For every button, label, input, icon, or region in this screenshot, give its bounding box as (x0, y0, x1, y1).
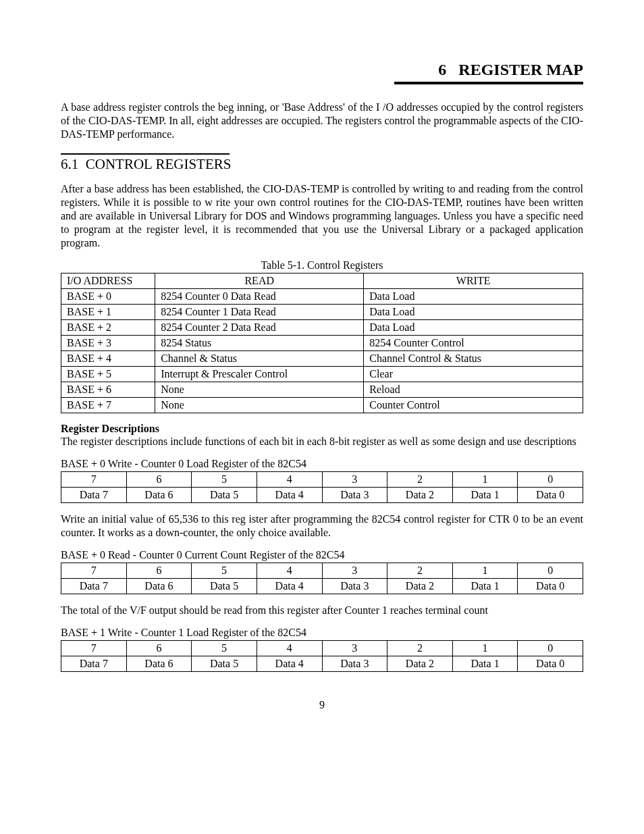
header-read: READ (155, 273, 364, 289)
base0-write-bit-table: 76543210 Data 7Data 6Data 5Data 4Data 3D… (61, 471, 583, 503)
base0-read-note: The total of the V/F output should be re… (61, 604, 583, 617)
header-addr: I/O ADDRESS (61, 273, 155, 289)
base1-write-bit-table: 76543210 Data 7Data 6Data 5Data 4Data 3D… (61, 640, 583, 672)
table-row: BASE + 28254 Counter 2 Data ReadData Loa… (61, 320, 583, 336)
table-caption: Table 5-1. Control Registers (61, 259, 583, 271)
control-registers-table: I/O ADDRESS READ WRITE BASE + 08254 Coun… (61, 273, 583, 413)
table-row: BASE + 7NoneCounter Control (61, 398, 583, 413)
table-header-row: I/O ADDRESS READ WRITE (61, 273, 583, 289)
base0-write-label: BASE + 0 Write - Counter 0 Load Register… (61, 458, 583, 470)
register-descriptions-text: The register descriptions include functi… (61, 435, 583, 448)
section-title: CONTROL REGISTERS (86, 156, 232, 172)
section-paragraph: After a base address has been establishe… (61, 182, 583, 250)
base0-write-note: Write an initial value of 65,536 to this… (61, 513, 583, 540)
chapter-number: 6 (438, 61, 446, 78)
section-heading: 6.1 CONTROL REGISTERS (61, 156, 583, 173)
bit-header-row: 76543210 (61, 641, 583, 656)
bit-data-row: Data 7Data 6Data 5Data 4Data 3Data 2Data… (61, 656, 583, 672)
base0-read-bit-table: 76543210 Data 7Data 6Data 5Data 4Data 3D… (61, 563, 583, 594)
chapter-title: REGISTER MAP (458, 61, 583, 78)
table-row: BASE + 5Interrupt & Prescaler ControlCle… (61, 367, 583, 382)
intro-paragraph: A base address register controls the beg… (61, 101, 583, 141)
base1-write-label: BASE + 1 Write - Counter 1 Load Register… (61, 627, 583, 639)
page-number: 9 (61, 699, 583, 711)
bit-header-row: 76543210 (61, 563, 583, 579)
section-number: 6.1 (61, 156, 78, 172)
table-row: BASE + 38254 Status8254 Counter Control (61, 336, 583, 351)
bit-data-row: Data 7Data 6Data 5Data 4Data 3Data 2Data… (61, 579, 583, 594)
header-write: WRITE (364, 273, 583, 289)
base0-read-label: BASE + 0 Read - Counter 0 Current Count … (61, 549, 583, 561)
bit-header-row: 76543210 (61, 472, 583, 488)
table-row: BASE + 08254 Counter 0 Data ReadData Loa… (61, 289, 583, 305)
table-row: BASE + 4Channel & StatusChannel Control … (61, 351, 583, 367)
register-descriptions-heading: Register Descriptions (61, 423, 583, 435)
table-row: BASE + 6NoneReload (61, 382, 583, 398)
chapter-rule (394, 82, 583, 84)
table-row: BASE + 18254 Counter 1 Data ReadData Loa… (61, 305, 583, 320)
section-rule (61, 153, 230, 155)
chapter-header: 6 REGISTER MAP (61, 61, 583, 79)
bit-data-row: Data 7Data 6Data 5Data 4Data 3Data 2Data… (61, 488, 583, 503)
